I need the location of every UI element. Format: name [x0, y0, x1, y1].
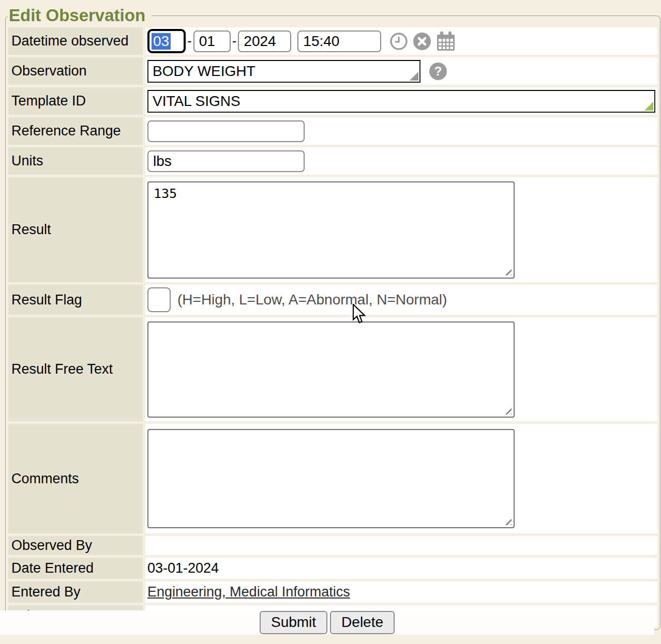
datetime-observed-label: Datetime observed: [8, 27, 143, 55]
table-row: Date Entered 03-01-2024: [8, 558, 657, 579]
entered-by-link[interactable]: Engineering, Medical Informatics: [147, 584, 350, 600]
table-row: Datetime observed 03 - 01 - 2024 15:40: [8, 27, 657, 55]
svg-text:?: ?: [434, 64, 442, 78]
observed-by-label: Observed By: [8, 536, 143, 555]
form-actions: Submit Delete: [0, 610, 654, 635]
table-row: Result Flag (H=High, L=Low, A=Abnormal, …: [8, 285, 657, 315]
datetime-day-input[interactable]: 01: [193, 30, 231, 52]
table-row: Units lbs: [8, 147, 657, 175]
result-flag-hint: (H=High, L=Low, A=Abnormal, N=Normal): [177, 292, 447, 308]
page-title: Edit Observation: [8, 6, 152, 25]
datetime-time-input[interactable]: 15:40: [297, 30, 381, 52]
result-textarea[interactable]: 135: [147, 181, 515, 279]
reference-range-label: Reference Range: [8, 117, 143, 145]
selected-text: 03: [152, 33, 171, 50]
comments-label: Comments: [8, 424, 143, 533]
delete-button[interactable]: Delete: [330, 611, 395, 634]
table-row: Comments: [8, 424, 657, 533]
table-row: Entered By Engineering, Medical Informat…: [8, 581, 657, 603]
table-row: Observed By: [8, 536, 657, 555]
reference-range-input[interactable]: [147, 120, 305, 142]
date-entered-value: 03-01-2024: [147, 560, 219, 576]
datetime-year-input[interactable]: 2024: [238, 30, 291, 52]
edit-observation-fieldset: Edit Observation Datetime observed 03 - …: [5, 6, 660, 630]
table-row: Template ID VITAL SIGNS: [8, 87, 657, 115]
datetime-month-input[interactable]: 03: [147, 29, 186, 53]
template-id-field[interactable]: VITAL SIGNS: [147, 90, 655, 113]
observation-label: Observation: [8, 57, 143, 85]
comments-textarea[interactable]: [147, 429, 515, 528]
clock-icon[interactable]: [389, 32, 408, 51]
observation-field[interactable]: BODY WEIGHT: [147, 60, 420, 83]
submit-button[interactable]: Submit: [260, 611, 327, 634]
help-icon[interactable]: ?: [429, 62, 447, 81]
template-id-label: Template ID: [8, 87, 143, 115]
result-label: Result: [8, 177, 143, 282]
table-row: Result 135: [8, 177, 657, 282]
units-input[interactable]: lbs: [147, 150, 305, 172]
entered-by-label: Entered By: [8, 581, 143, 603]
clear-icon[interactable]: [413, 32, 431, 51]
result-free-text-label: Result Free Text: [8, 317, 143, 421]
date-entered-label: Date Entered: [8, 558, 143, 579]
table-row: Reference Range: [8, 117, 657, 145]
table-row: Result Free Text: [8, 317, 657, 421]
result-flag-label: Result Flag: [8, 285, 143, 315]
mouse-cursor: [352, 304, 367, 326]
result-flag-input[interactable]: [147, 287, 171, 312]
date-separator: -: [187, 33, 192, 49]
date-separator: -: [232, 33, 237, 49]
table-row: Observation BODY WEIGHT ?: [8, 57, 657, 85]
result-free-text-textarea[interactable]: [147, 321, 515, 418]
edit-observation-page: { "title": "Edit Observation", "form": {…: [0, 0, 661, 644]
calendar-icon[interactable]: [436, 31, 456, 52]
units-label: Units: [8, 147, 143, 175]
observation-form-table: Datetime observed 03 - 01 - 2024 15:40: [6, 25, 660, 629]
